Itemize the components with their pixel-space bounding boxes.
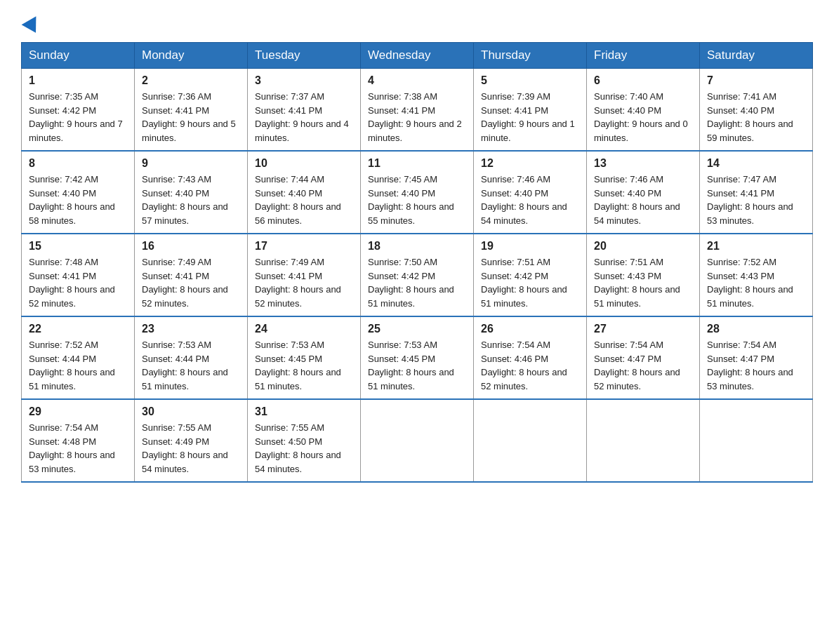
day-number: 26 bbox=[481, 323, 579, 335]
day-info: Sunrise: 7:45 AM Sunset: 4:40 PM Dayligh… bbox=[368, 173, 466, 227]
sunrise-label: Sunrise: 7:44 AM bbox=[255, 174, 324, 185]
sunrise-label: Sunrise: 7:46 AM bbox=[481, 174, 550, 185]
day-number: 23 bbox=[142, 323, 240, 335]
sunrise-label: Sunrise: 7:54 AM bbox=[481, 340, 550, 350]
weekday-header-sunday: Sunday bbox=[22, 43, 135, 69]
sunrise-label: Sunrise: 7:39 AM bbox=[481, 91, 550, 102]
sunrise-label: Sunrise: 7:54 AM bbox=[29, 422, 98, 433]
week-row-2: 8 Sunrise: 7:42 AM Sunset: 4:40 PM Dayli… bbox=[22, 151, 813, 234]
calendar-cell: 27 Sunrise: 7:54 AM Sunset: 4:47 PM Dayl… bbox=[587, 316, 700, 399]
sunset-label: Sunset: 4:41 PM bbox=[142, 271, 209, 281]
sunset-label: Sunset: 4:45 PM bbox=[255, 354, 322, 364]
sunset-label: Sunset: 4:41 PM bbox=[255, 271, 322, 281]
calendar-cell: 13 Sunrise: 7:46 AM Sunset: 4:40 PM Dayl… bbox=[587, 151, 700, 234]
calendar-cell: 29 Sunrise: 7:54 AM Sunset: 4:48 PM Dayl… bbox=[22, 399, 135, 482]
day-number: 8 bbox=[29, 157, 127, 170]
sunrise-label: Sunrise: 7:38 AM bbox=[368, 91, 437, 102]
calendar-table: SundayMondayTuesdayWednesdayThursdayFrid… bbox=[21, 42, 813, 483]
daylight-label: Daylight: 8 hours and 52 minutes. bbox=[594, 367, 680, 391]
day-info: Sunrise: 7:42 AM Sunset: 4:40 PM Dayligh… bbox=[29, 173, 127, 227]
sunset-label: Sunset: 4:40 PM bbox=[142, 188, 209, 199]
calendar-cell: 5 Sunrise: 7:39 AM Sunset: 4:41 PM Dayli… bbox=[474, 69, 587, 152]
logo bbox=[21, 21, 41, 35]
day-number: 17 bbox=[255, 240, 353, 253]
weekday-header-saturday: Saturday bbox=[700, 43, 813, 69]
daylight-label: Daylight: 8 hours and 51 minutes. bbox=[594, 284, 680, 309]
daylight-label: Daylight: 8 hours and 54 minutes. bbox=[481, 201, 567, 226]
sunset-label: Sunset: 4:50 PM bbox=[255, 436, 322, 447]
sunset-label: Sunset: 4:41 PM bbox=[707, 188, 774, 199]
daylight-label: Daylight: 8 hours and 54 minutes. bbox=[594, 201, 680, 226]
daylight-label: Daylight: 8 hours and 51 minutes. bbox=[368, 367, 454, 391]
calendar-cell bbox=[700, 399, 813, 482]
day-info: Sunrise: 7:54 AM Sunset: 4:47 PM Dayligh… bbox=[707, 338, 805, 393]
sunset-label: Sunset: 4:41 PM bbox=[368, 105, 435, 116]
daylight-label: Daylight: 8 hours and 58 minutes. bbox=[29, 201, 115, 226]
calendar-cell: 11 Sunrise: 7:45 AM Sunset: 4:40 PM Dayl… bbox=[361, 151, 474, 234]
day-number: 1 bbox=[29, 74, 127, 87]
day-number: 10 bbox=[255, 157, 353, 170]
daylight-label: Daylight: 9 hours and 4 minutes. bbox=[255, 119, 349, 143]
calendar-cell: 30 Sunrise: 7:55 AM Sunset: 4:49 PM Dayl… bbox=[135, 399, 248, 482]
sunrise-label: Sunrise: 7:49 AM bbox=[255, 257, 324, 267]
day-info: Sunrise: 7:49 AM Sunset: 4:41 PM Dayligh… bbox=[255, 255, 353, 310]
day-number: 16 bbox=[142, 240, 240, 253]
sunrise-label: Sunrise: 7:53 AM bbox=[142, 340, 211, 350]
sunset-label: Sunset: 4:41 PM bbox=[481, 105, 548, 116]
calendar-cell: 7 Sunrise: 7:41 AM Sunset: 4:40 PM Dayli… bbox=[700, 69, 813, 152]
day-info: Sunrise: 7:54 AM Sunset: 4:47 PM Dayligh… bbox=[594, 338, 692, 393]
day-number: 21 bbox=[707, 240, 805, 253]
daylight-label: Daylight: 9 hours and 0 minutes. bbox=[594, 119, 688, 143]
sunrise-label: Sunrise: 7:53 AM bbox=[255, 340, 324, 350]
daylight-label: Daylight: 8 hours and 56 minutes. bbox=[255, 201, 341, 226]
day-info: Sunrise: 7:52 AM Sunset: 4:44 PM Dayligh… bbox=[29, 338, 127, 393]
daylight-label: Daylight: 8 hours and 52 minutes. bbox=[29, 284, 115, 309]
sunset-label: Sunset: 4:48 PM bbox=[29, 436, 96, 447]
day-number: 19 bbox=[481, 240, 579, 253]
day-number: 18 bbox=[368, 240, 466, 253]
day-info: Sunrise: 7:46 AM Sunset: 4:40 PM Dayligh… bbox=[481, 173, 579, 227]
sunset-label: Sunset: 4:43 PM bbox=[707, 271, 774, 281]
calendar-cell: 2 Sunrise: 7:36 AM Sunset: 4:41 PM Dayli… bbox=[135, 69, 248, 152]
daylight-label: Daylight: 8 hours and 52 minutes. bbox=[481, 367, 567, 391]
day-number: 27 bbox=[594, 323, 692, 335]
day-info: Sunrise: 7:47 AM Sunset: 4:41 PM Dayligh… bbox=[707, 173, 805, 227]
daylight-label: Daylight: 8 hours and 52 minutes. bbox=[255, 284, 341, 309]
calendar-cell: 10 Sunrise: 7:44 AM Sunset: 4:40 PM Dayl… bbox=[248, 151, 361, 234]
daylight-label: Daylight: 8 hours and 59 minutes. bbox=[707, 119, 793, 143]
day-info: Sunrise: 7:51 AM Sunset: 4:43 PM Dayligh… bbox=[594, 255, 692, 310]
daylight-label: Daylight: 8 hours and 53 minutes. bbox=[707, 201, 793, 226]
sunset-label: Sunset: 4:41 PM bbox=[255, 105, 322, 116]
day-number: 24 bbox=[255, 323, 353, 335]
daylight-label: Daylight: 8 hours and 53 minutes. bbox=[707, 367, 793, 391]
daylight-label: Daylight: 8 hours and 51 minutes. bbox=[481, 284, 567, 309]
calendar-cell: 18 Sunrise: 7:50 AM Sunset: 4:42 PM Dayl… bbox=[361, 234, 474, 316]
day-info: Sunrise: 7:50 AM Sunset: 4:42 PM Dayligh… bbox=[368, 255, 466, 310]
day-info: Sunrise: 7:46 AM Sunset: 4:40 PM Dayligh… bbox=[594, 173, 692, 227]
calendar-cell: 23 Sunrise: 7:53 AM Sunset: 4:44 PM Dayl… bbox=[135, 316, 248, 399]
calendar-cell: 4 Sunrise: 7:38 AM Sunset: 4:41 PM Dayli… bbox=[361, 69, 474, 152]
day-number: 14 bbox=[707, 157, 805, 170]
sunset-label: Sunset: 4:40 PM bbox=[481, 188, 548, 199]
day-info: Sunrise: 7:35 AM Sunset: 4:42 PM Dayligh… bbox=[29, 90, 127, 145]
daylight-label: Daylight: 8 hours and 52 minutes. bbox=[142, 284, 228, 309]
daylight-label: Daylight: 8 hours and 53 minutes. bbox=[29, 450, 115, 474]
sunrise-label: Sunrise: 7:49 AM bbox=[142, 257, 211, 267]
logo-triangle-icon bbox=[22, 16, 44, 36]
sunset-label: Sunset: 4:40 PM bbox=[594, 105, 661, 116]
calendar-cell bbox=[361, 399, 474, 482]
sunrise-label: Sunrise: 7:41 AM bbox=[707, 91, 776, 102]
sunrise-label: Sunrise: 7:48 AM bbox=[29, 257, 98, 267]
daylight-label: Daylight: 9 hours and 5 minutes. bbox=[142, 119, 236, 143]
day-info: Sunrise: 7:51 AM Sunset: 4:42 PM Dayligh… bbox=[481, 255, 579, 310]
calendar-cell: 20 Sunrise: 7:51 AM Sunset: 4:43 PM Dayl… bbox=[587, 234, 700, 316]
week-row-1: 1 Sunrise: 7:35 AM Sunset: 4:42 PM Dayli… bbox=[22, 69, 813, 152]
daylight-label: Daylight: 8 hours and 51 minutes. bbox=[368, 284, 454, 309]
day-number: 9 bbox=[142, 157, 240, 170]
day-number: 31 bbox=[255, 405, 353, 418]
sunrise-label: Sunrise: 7:54 AM bbox=[594, 340, 663, 350]
day-number: 4 bbox=[368, 74, 466, 87]
day-number: 7 bbox=[707, 74, 805, 87]
day-number: 29 bbox=[29, 405, 127, 418]
week-row-5: 29 Sunrise: 7:54 AM Sunset: 4:48 PM Dayl… bbox=[22, 399, 813, 482]
